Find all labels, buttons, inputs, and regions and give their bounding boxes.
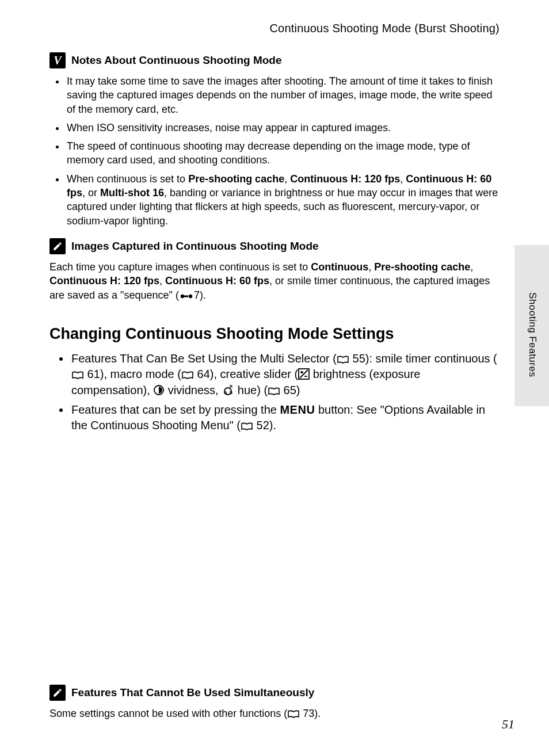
book-icon [181, 371, 194, 380]
bottom-note-heading: Features That Cannot Be Used Simultaneou… [49, 685, 500, 701]
side-label: Shooting Features [527, 292, 538, 377]
svg-point-0 [181, 294, 184, 297]
list-item: Features That Can Be Set Using the Multi… [70, 351, 500, 399]
list-item: When continuous is set to Pre-shooting c… [66, 172, 500, 228]
images-captured-heading: Images Captured in Continuous Shooting M… [49, 238, 500, 254]
pencil-icon [49, 238, 66, 254]
running-head: Continuous Shooting Mode (Burst Shooting… [49, 22, 500, 35]
images-captured-title: Images Captured in Continuous Shooting M… [71, 240, 319, 253]
notes-heading: V Notes About Continuous Shooting Mode [49, 52, 500, 68]
hue-icon: GBR [222, 384, 234, 396]
book-icon [241, 422, 253, 431]
list-item: When ISO sensitivity increases, noise ma… [66, 121, 500, 135]
svg-text:B: B [230, 391, 232, 395]
bottom-note-block: Features That Cannot Be Used Simultaneou… [49, 685, 500, 725]
svg-text:G: G [224, 391, 227, 395]
images-captured-block: Images Captured in Continuous Shooting M… [49, 238, 500, 302]
changing-list: Features That Can Be Set Using the Multi… [49, 351, 500, 434]
pencil-icon [49, 685, 66, 701]
book-icon [287, 709, 300, 719]
notes-list: It may take some time to save the images… [49, 74, 500, 228]
list-item: The speed of continuous shooting may dec… [66, 139, 500, 167]
vividness-icon [153, 384, 165, 396]
svg-rect-1 [184, 295, 188, 297]
notes-block: V Notes About Continuous Shooting Mode I… [49, 52, 500, 228]
svg-point-2 [189, 294, 192, 297]
book-icon [268, 387, 280, 396]
changing-settings-heading: Changing Continuous Shooting Mode Settin… [49, 325, 500, 343]
page: Continuous Shooting Mode (Burst Shooting… [0, 0, 549, 756]
bottom-note-text: Some settings cannot be used with other … [49, 707, 500, 720]
book-icon [71, 371, 84, 380]
svg-line-4 [300, 370, 308, 378]
list-item: It may take some time to save the images… [66, 74, 500, 116]
menu-text: MENU [280, 403, 315, 416]
svg-text:R: R [230, 384, 232, 388]
images-captured-para: Each time you capture images when contin… [49, 260, 500, 302]
list-item: Features that can be set by pressing the… [70, 402, 500, 434]
bottom-note-title: Features That Cannot Be Used Simultaneou… [71, 686, 314, 699]
exposure-icon [298, 368, 310, 380]
warning-icon: V [49, 52, 66, 68]
notes-title: Notes About Continuous Shooting Mode [71, 54, 282, 67]
reference-icon [179, 292, 194, 300]
page-number: 51 [502, 717, 514, 732]
book-icon [337, 355, 349, 364]
